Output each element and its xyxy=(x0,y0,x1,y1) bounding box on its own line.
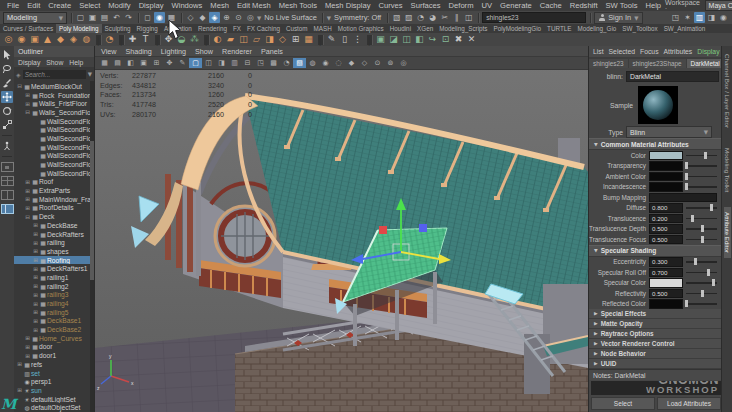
viewport-toggle-icon[interactable]: ◆ xyxy=(345,58,358,68)
outliner-item[interactable]: ⊞ ▦ Roof xyxy=(14,178,94,187)
shelf-tab[interactable]: SW_Animation xyxy=(661,24,709,33)
outliner-item[interactable]: ⊞ ▦ DeckBase1 xyxy=(14,317,94,326)
node-tab[interactable]: shingles23Shape xyxy=(629,59,686,68)
render-utility-icon[interactable]: ▨ xyxy=(403,12,414,23)
outliner-scrollbar[interactable] xyxy=(90,81,94,412)
collapsed-section-header[interactable]: ▶ Special Effects xyxy=(589,309,723,319)
attribute-value-box[interactable]: 0.500 xyxy=(649,235,683,245)
viewport-toggle-icon[interactable]: ▦ xyxy=(98,58,111,68)
section-header-specular[interactable]: ▼ Specular Shading xyxy=(589,245,723,257)
render-utility-icon[interactable]: ✂ xyxy=(439,12,450,23)
menu-item[interactable]: Edit xyxy=(23,1,44,10)
symmetry-label[interactable]: Symmetry: Off xyxy=(332,13,383,22)
shelf-tool-icon[interactable]: ✎ xyxy=(325,33,338,46)
shelf-tool-icon[interactable]: ◎ xyxy=(2,33,15,46)
chevron-down-icon[interactable]: ▼ xyxy=(327,15,331,21)
shelf-tool-icon[interactable]: | xyxy=(318,35,323,45)
outliner-item[interactable]: ⊞ ▦ railing4 xyxy=(14,299,94,308)
outliner-item[interactable]: ⊞ ▦ Home_Curves xyxy=(14,334,94,343)
shelf-tool-icon[interactable]: ▦ xyxy=(302,33,315,46)
expander-icon[interactable]: ⊞ xyxy=(24,196,31,202)
menu-item[interactable]: Edit Mesh xyxy=(233,1,275,10)
attribute-value-box[interactable]: 0.700 xyxy=(649,268,683,278)
attribute-slider[interactable] xyxy=(686,235,719,243)
menu-item[interactable]: Create xyxy=(44,1,75,10)
expander-icon[interactable]: ⊞ xyxy=(16,387,23,393)
render-utility-icon[interactable]: ∥ xyxy=(451,12,462,23)
perspective-viewport[interactable]: ViewShadingLightingShowRendererPanels ▦▤… xyxy=(95,46,588,412)
sidebar-vertical-tab[interactable]: Attribute Editor xyxy=(724,207,731,258)
selection-mask-icon[interactable]: ◉ xyxy=(154,12,165,23)
expander-icon[interactable]: ⊞ xyxy=(24,353,31,359)
outliner-item[interactable]: ⊞ ▦ Roofing xyxy=(14,256,94,265)
expander-icon[interactable]: ⊞ xyxy=(24,188,31,194)
viewport-toggle-icon[interactable]: ◇ xyxy=(358,58,371,68)
menu-item[interactable]: Mesh xyxy=(206,1,233,10)
shelf-tab[interactable]: Custom xyxy=(283,24,311,33)
shelf-tool-icon[interactable]: ◍ xyxy=(80,33,93,46)
outliner-item[interactable]: ⊞ ▦ DeckBase2 xyxy=(14,325,94,334)
collapsed-section-header[interactable]: ▶ UUID xyxy=(589,359,723,369)
outliner-item[interactable]: ▦ WallSecondFloor xyxy=(14,169,94,178)
attribute-value-box[interactable] xyxy=(649,151,683,161)
shelf-tab[interactable]: Houdini xyxy=(387,24,414,33)
outliner-item[interactable]: ⊞ ▦ railing5 xyxy=(14,308,94,317)
sidebar-vertical-tab[interactable]: Channel Box / Layer Editor xyxy=(724,49,731,133)
attribute-slider[interactable] xyxy=(686,162,719,170)
attribute-editor-menu-item[interactable]: List xyxy=(593,48,604,55)
outliner-item[interactable]: ▥ set xyxy=(14,369,94,378)
shelf-tab[interactable]: Rendering xyxy=(195,24,230,33)
file-operation-icon[interactable]: ↷ xyxy=(123,12,134,23)
expander-icon[interactable]: ⊞ xyxy=(32,266,39,272)
node-tab[interactable]: shingles23 xyxy=(589,59,628,68)
expander-icon[interactable]: ⊞ xyxy=(32,222,39,228)
outliner-item[interactable]: ⊞ ▦ door1 xyxy=(14,351,94,360)
attribute-editor-menu-item[interactable]: Attributes xyxy=(664,48,693,55)
outliner-item[interactable]: ⊞ ▦ refs xyxy=(14,360,94,369)
attribute-slider[interactable] xyxy=(686,214,719,222)
attribute-editor-button[interactable]: Select xyxy=(591,397,655,410)
viewport-toggle-icon[interactable]: ▣ xyxy=(137,58,150,68)
shelf-tool-icon[interactable]: ▯ xyxy=(338,33,351,46)
viewport-menu-item[interactable]: Shading xyxy=(125,47,151,56)
snap-icon[interactable]: ◈ xyxy=(209,12,220,23)
attribute-value-box[interactable]: 0.300 xyxy=(649,257,683,267)
outliner-menu-item[interactable]: Help xyxy=(69,59,83,66)
expander-icon[interactable]: ⊟ xyxy=(16,83,23,89)
attribute-value-box[interactable] xyxy=(649,193,717,203)
material-type-dropdown[interactable]: Blinn▼ xyxy=(626,126,712,138)
outliner-item[interactable]: ⊞ ▦ railing xyxy=(14,238,94,247)
expander-icon[interactable]: ⊞ xyxy=(32,240,39,246)
outliner-search-input[interactable]: Search... xyxy=(23,70,86,79)
attribute-value-box[interactable] xyxy=(649,161,683,171)
menu-item[interactable]: Cache xyxy=(536,1,566,10)
sidebar-vertical-tab[interactable]: Modeling Toolkit xyxy=(724,143,731,197)
file-operation-icon[interactable]: ▣ xyxy=(87,12,98,23)
expander-icon[interactable]: ⊞ xyxy=(32,248,39,254)
shelf-tab[interactable]: TURTLE xyxy=(544,24,574,33)
viewport-toggle-icon[interactable]: ◧ xyxy=(124,58,137,68)
viewport-menu-item[interactable]: Panels xyxy=(261,47,283,56)
attribute-slider[interactable] xyxy=(686,225,719,233)
shelf-tool-icon[interactable]: ▣ xyxy=(28,33,41,46)
shelf-tab[interactable]: Rigging xyxy=(134,24,161,33)
outliner-item[interactable]: ⊞ ☀ sun xyxy=(14,386,94,395)
menu-item[interactable]: Display xyxy=(135,1,168,10)
material-sample-swatch[interactable] xyxy=(638,86,678,124)
shelf-tab[interactable]: PolyModelingGio xyxy=(490,24,544,33)
render-utility-icon[interactable]: ◔ xyxy=(415,12,426,23)
viewport-toggle-icon[interactable]: ▥ xyxy=(228,58,241,68)
shelf-tool-icon[interactable]: | xyxy=(155,35,160,45)
sign-in-button[interactable]: Sign In ▼ xyxy=(594,12,643,24)
outliner-item[interactable]: ▦ WallSecondFloor xyxy=(14,117,94,126)
expander-icon[interactable]: ⊞ xyxy=(32,292,39,298)
viewport-toggle-icon[interactable]: ◔ xyxy=(280,58,293,68)
outliner-item[interactable]: ⊟ ▦ Deck xyxy=(14,212,94,221)
attribute-value-box[interactable]: 0.200 xyxy=(649,214,683,224)
menu-item[interactable]: Mesh Display xyxy=(321,1,375,10)
shelf-tool-icon[interactable]: ◪ xyxy=(387,33,400,46)
shelf-tool-icon[interactable]: ◫ xyxy=(237,33,250,46)
expander-icon[interactable]: ⊟ xyxy=(24,109,31,115)
snap-icon[interactable]: ⊕ xyxy=(221,12,232,23)
outliner-item[interactable]: ▦ WallSecondFloor xyxy=(14,143,94,152)
